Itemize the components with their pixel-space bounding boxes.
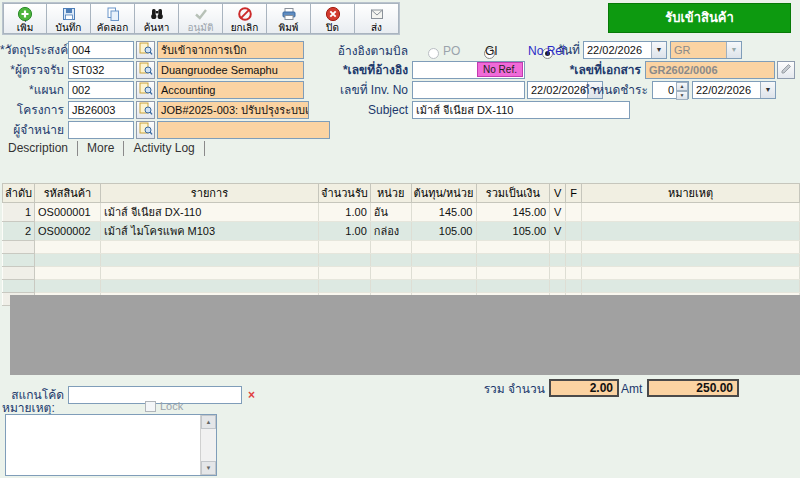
cell-description[interactable]: เม้าส์ ไมโครแพค M103 [100, 222, 318, 241]
table-row[interactable]: 1 OS000001 เม้าส์ จีเนียส DX-110 1.00 อั… [3, 203, 800, 222]
col-unit-cost: ต้นทุน/หน่วย [411, 184, 476, 203]
approve-button: อนุมัติ [179, 3, 223, 34]
cell-description[interactable]: เม้าส์ จีเนียส DX-110 [100, 203, 318, 222]
chevron-down-icon[interactable]: ▼ [760, 82, 775, 98]
lookup-icon [139, 122, 153, 138]
note-scrollbar[interactable]: ▲ ▼ [200, 415, 216, 475]
cell-qty[interactable]: 1.00 [319, 203, 371, 222]
table-row-empty[interactable] [3, 254, 800, 267]
copy-button[interactable]: คัดลอก [91, 3, 135, 34]
table-row-empty[interactable] [3, 280, 800, 293]
print-button-label: พิมพ์ [279, 22, 299, 33]
col-no: ลำดับ [3, 184, 35, 203]
reference-no-label: *เลขที่อ้างอิง [330, 61, 408, 79]
cell-note[interactable] [582, 222, 800, 241]
payment-due-label: กำหนดชำระ [560, 81, 648, 99]
copy-icon [105, 6, 121, 22]
date-label: วันที่ [500, 41, 580, 59]
clear-scan-icon[interactable]: × [248, 389, 255, 401]
amt-value: 250.00 [647, 379, 739, 397]
send-button[interactable]: ส่ง [355, 3, 399, 34]
purpose-label: *วัตถุประสงค์ [0, 41, 64, 59]
table-row-empty[interactable] [3, 267, 800, 280]
goods-receipt-window: { "window": { "title_button": "รับเข้าสิ… [0, 0, 800, 478]
scroll-down-icon[interactable]: ▼ [201, 461, 216, 475]
cell-unit-cost[interactable]: 105.00 [411, 222, 476, 241]
inspector-name-field: Duangruodee Semaphu [157, 61, 304, 79]
cell-total[interactable]: 105.00 [476, 222, 550, 241]
due-date-value: 22/02/2026 [693, 82, 760, 98]
tab-activity-log[interactable]: Activity Log [124, 141, 204, 156]
spinner-up-icon[interactable]: ▲ [676, 82, 688, 91]
add-icon [17, 6, 33, 22]
department-lookup-button[interactable] [136, 81, 155, 99]
document-no-label: *เลขที่เอกสาร [530, 61, 641, 79]
table-header-row: ลำดับ รหัสสินค้า รายการ จำนวนรับ หน่วย ต… [3, 184, 800, 203]
col-unit: หน่วย [370, 184, 411, 203]
note-textarea[interactable] [5, 414, 217, 476]
document-date-combo[interactable]: 22/02/2026 ▼ [583, 41, 667, 59]
radio-gi-label: GI [485, 44, 498, 58]
project-lookup-button[interactable] [136, 101, 155, 119]
vendor-lookup-button[interactable] [136, 121, 155, 139]
department-code-input[interactable]: 002 [68, 81, 134, 99]
cell-product-code[interactable]: OS000002 [35, 222, 101, 241]
due-date-combo[interactable]: 22/02/2026 ▼ [692, 81, 776, 99]
chevron-down-icon[interactable]: ▼ [651, 42, 666, 58]
col-f: F [566, 184, 582, 203]
print-button[interactable]: พิมพ์ [267, 3, 311, 34]
cell-unit[interactable]: กล่อง [370, 222, 411, 241]
close-button[interactable]: ปิด [311, 3, 355, 34]
tab-more[interactable]: More [78, 141, 124, 156]
inspector-code-input[interactable]: ST032 [68, 61, 134, 79]
cell-note[interactable] [582, 203, 800, 222]
edit-doc-no-button[interactable] [777, 61, 795, 79]
cell-no[interactable]: 2 [3, 222, 35, 241]
receive-goods-title-button[interactable]: รับเข้าสินค้า [608, 3, 791, 33]
due-days-stepper[interactable]: 0 ▲▼ [652, 81, 689, 99]
chevron-down-icon: ▼ [726, 42, 741, 58]
cell-unit-cost[interactable]: 145.00 [411, 203, 476, 222]
table-row-empty[interactable] [3, 241, 800, 254]
search-button-label: ค้นหา [144, 22, 170, 33]
search-button[interactable]: ค้นหา [135, 3, 179, 34]
project-code-input[interactable]: JB26003 [68, 101, 134, 119]
subject-input[interactable]: เม้าส์ จีเนียส DX-110 [412, 101, 630, 119]
cell-v[interactable]: V [550, 222, 566, 241]
tab-description[interactable]: Description [4, 141, 78, 156]
cell-qty[interactable]: 1.00 [319, 222, 371, 241]
department-label: *แผนก [0, 81, 64, 99]
cell-unit[interactable]: อัน [370, 203, 411, 222]
vendor-code-input[interactable] [68, 121, 134, 139]
purpose-code-input[interactable]: 004 [68, 41, 134, 59]
grid-empty-area [10, 295, 800, 375]
col-v: V [550, 184, 566, 203]
save-button[interactable]: บันทึก [47, 3, 91, 34]
lookup-icon [139, 62, 153, 78]
cell-no[interactable]: 1 [3, 203, 35, 222]
table-row[interactable]: 2 OS000002 เม้าส์ ไมโครแพค M103 1.00 กล่… [3, 222, 800, 241]
purpose-lookup-button[interactable] [136, 41, 155, 59]
no-ref-badge[interactable]: No Ref. [477, 62, 523, 77]
lookup-icon [139, 82, 153, 98]
add-button[interactable]: เพิ่ม [3, 3, 47, 34]
close-icon [325, 6, 341, 22]
spinner-down-icon[interactable]: ▼ [676, 91, 688, 100]
subject-label: Subject [330, 101, 408, 119]
cell-f[interactable] [566, 203, 582, 222]
cell-product-code[interactable]: OS000001 [35, 203, 101, 222]
inspector-lookup-button[interactable] [136, 61, 155, 79]
scroll-up-icon[interactable]: ▲ [201, 415, 216, 429]
radio-po-label: PO [443, 44, 460, 58]
save-icon [61, 6, 77, 22]
cancel-icon [237, 6, 253, 22]
cell-f[interactable] [566, 222, 582, 241]
invoice-no-input[interactable] [412, 81, 525, 99]
cancel-button[interactable]: ยกเลิก [223, 3, 267, 34]
doc-type-value: GR [671, 42, 726, 58]
project-label: โครงการ [0, 101, 64, 119]
cell-v[interactable]: V [550, 203, 566, 222]
cell-total[interactable]: 145.00 [476, 203, 550, 222]
bill-reference-label: อ้างอิงตามบิล [330, 42, 408, 60]
col-description: รายการ [100, 184, 318, 203]
